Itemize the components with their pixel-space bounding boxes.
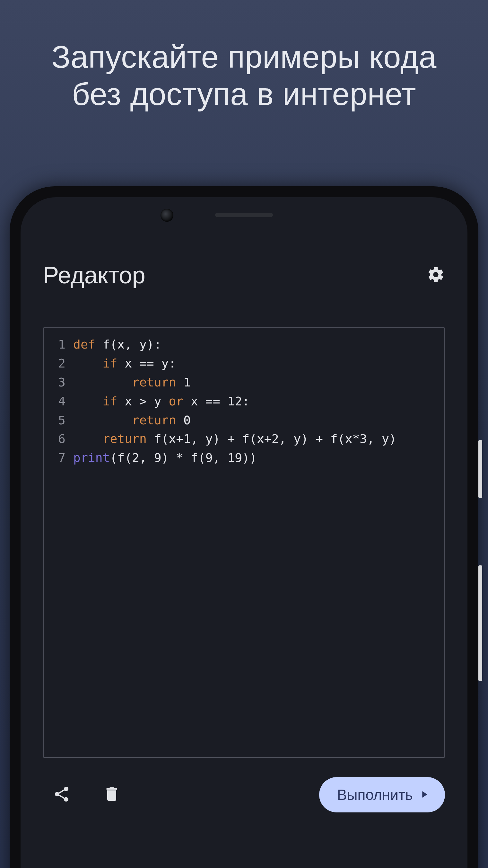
line-number: 7	[52, 448, 65, 467]
code-content: print(f(2, 9) * f(9, 19))	[73, 448, 257, 467]
line-number: 1	[52, 335, 65, 354]
phone-volume-button-mock	[478, 565, 482, 681]
share-icon	[53, 799, 71, 804]
code-content: if x == y:	[73, 354, 176, 373]
app-title: Редактор	[43, 261, 145, 289]
code-content: return f(x+1, y) + f(x+2, y) + f(x*3, y)	[73, 430, 396, 448]
delete-button[interactable]	[103, 785, 121, 804]
code-line: 5 return 0	[52, 411, 436, 430]
code-content: if x > y or x == 12:	[73, 392, 250, 411]
app-header: Редактор	[43, 261, 445, 289]
code-line: 3 return 1	[52, 373, 436, 392]
code-content: return 0	[73, 411, 191, 430]
phone-camera-dot	[161, 209, 173, 222]
code-content: def f(x, y):	[73, 335, 162, 354]
code-content: return 1	[73, 373, 191, 392]
app-screen: Редактор 1def f(x, y):2 if x == y:3 retu…	[21, 242, 467, 868]
code-line: 7print(f(2, 9) * f(9, 19))	[52, 448, 436, 467]
bottom-toolbar: Выполнить	[43, 777, 445, 812]
phone-power-button-mock	[478, 440, 482, 498]
code-line: 4 if x > y or x == 12:	[52, 392, 436, 411]
line-number: 6	[52, 430, 65, 448]
line-number: 2	[52, 354, 65, 373]
code-line: 6 return f(x+1, y) + f(x+2, y) + f(x*3, …	[52, 430, 436, 448]
run-button[interactable]: Выполнить	[319, 777, 445, 812]
promo-headline: Запускайте примеры кода без доступа в ин…	[0, 38, 488, 113]
run-button-label: Выполнить	[337, 786, 413, 803]
play-icon	[419, 786, 430, 803]
line-number: 4	[52, 392, 65, 411]
headline-line2: без доступа в интернет	[72, 76, 416, 112]
gear-icon	[427, 279, 445, 285]
code-editor[interactable]: 1def f(x, y):2 if x == y:3 return 14 if …	[43, 327, 445, 758]
share-button[interactable]	[53, 785, 71, 804]
code-line: 2 if x == y:	[52, 354, 436, 373]
trash-icon	[103, 799, 121, 804]
code-line: 1def f(x, y):	[52, 335, 436, 354]
phone-speaker-slot	[215, 213, 273, 217]
line-number: 3	[52, 373, 65, 392]
headline-line1: Запускайте примеры кода	[52, 39, 436, 74]
phone-frame: Редактор 1def f(x, y):2 if x == y:3 retu…	[10, 186, 478, 868]
settings-button[interactable]	[427, 266, 445, 285]
phone-screen-bezel: Редактор 1def f(x, y):2 if x == y:3 retu…	[21, 197, 467, 868]
line-number: 5	[52, 411, 65, 430]
